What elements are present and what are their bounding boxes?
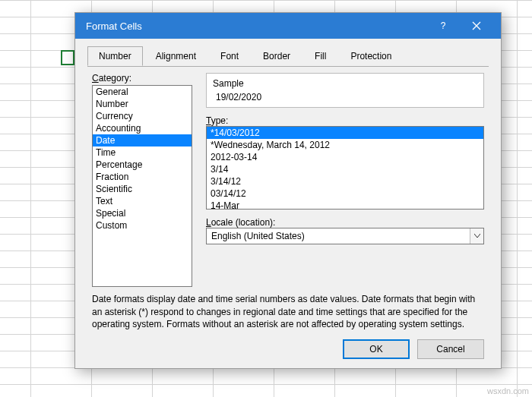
category-option[interactable]: Time — [93, 147, 192, 159]
ok-button[interactable]: OK — [343, 339, 410, 359]
type-option[interactable]: *Wednesday, March 14, 2012 — [207, 139, 483, 151]
sample-box: Sample 19/02/2020 — [206, 73, 484, 108]
category-label: Category: — [92, 73, 192, 83]
locale-label: Locale (location): — [206, 217, 484, 228]
tab-fill[interactable]: Fill — [303, 46, 337, 66]
help-icon: ? — [441, 20, 446, 31]
type-option[interactable]: 14-Mar — [207, 200, 483, 210]
type-option[interactable]: 03/14/12 — [207, 187, 483, 200]
tab-font[interactable]: Font — [209, 46, 250, 66]
category-option[interactable]: General — [93, 86, 192, 98]
category-listbox[interactable]: GeneralNumberCurrencyAccountingDateTimeP… — [92, 85, 192, 287]
close-button[interactable] — [460, 13, 493, 39]
category-option[interactable]: Fraction — [93, 171, 192, 183]
cancel-button[interactable]: Cancel — [417, 339, 484, 359]
description-text: Date formats display date and time seria… — [92, 287, 484, 333]
tab-alignment[interactable]: Alignment — [144, 46, 207, 66]
category-option[interactable]: Percentage — [93, 159, 192, 171]
type-option[interactable]: 3/14 — [207, 163, 483, 175]
help-button[interactable]: ? — [426, 13, 460, 39]
sample-value: 19/02/2020 — [213, 92, 477, 102]
category-option[interactable]: Scientific — [93, 183, 192, 195]
chevron-down-icon[interactable] — [470, 228, 483, 244]
category-option[interactable]: Number — [93, 98, 192, 110]
watermark: wsxdn.com — [487, 386, 529, 395]
category-option[interactable]: Special — [93, 207, 192, 219]
dialog-titlebar: Format Cells ? — [75, 13, 501, 39]
category-option[interactable]: Text — [93, 195, 192, 207]
tab-bar: NumberAlignmentFontBorderFillProtection — [75, 39, 501, 66]
category-option[interactable]: Accounting — [93, 122, 192, 134]
close-icon — [472, 21, 481, 30]
active-cell[interactable] — [61, 50, 74, 65]
tab-number[interactable]: Number — [87, 46, 143, 66]
dialog-body: Category: GeneralNumberCurrencyAccountin… — [75, 65, 501, 368]
category-option[interactable]: Date — [93, 134, 192, 147]
category-option[interactable]: Currency — [93, 110, 192, 122]
tab-border[interactable]: Border — [252, 46, 302, 66]
format-cells-dialog: Format Cells ? NumberAlignmentFontBorder… — [74, 12, 502, 369]
dialog-title: Format Cells — [86, 20, 426, 32]
type-option[interactable]: 2012-03-14 — [207, 151, 483, 163]
type-option[interactable]: *14/03/2012 — [207, 127, 483, 139]
category-option[interactable]: Custom — [93, 219, 192, 232]
type-listbox[interactable]: *14/03/2012*Wednesday, March 14, 2012201… — [206, 126, 484, 210]
dialog-buttons: OK Cancel — [92, 333, 484, 359]
locale-value: English (United States) — [207, 228, 470, 244]
tab-protection[interactable]: Protection — [339, 46, 403, 66]
type-label: Type: — [206, 115, 484, 126]
sample-caption: Sample — [213, 78, 477, 89]
locale-combobox[interactable]: English (United States) — [206, 228, 484, 244]
type-option[interactable]: 3/14/12 — [207, 175, 483, 187]
